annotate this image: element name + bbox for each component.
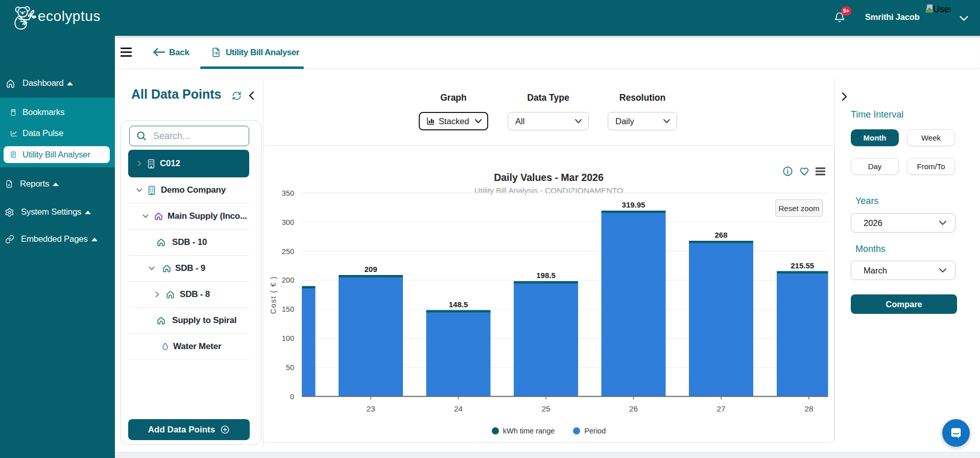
svg-text:28: 28: [804, 404, 813, 413]
svg-text:0: 0: [290, 393, 294, 401]
svg-text:209: 209: [364, 265, 377, 273]
svg-text:100: 100: [282, 334, 294, 342]
svg-text:319.95: 319.95: [622, 200, 646, 209]
svg-text:Cost ( € ): Cost ( € ): [269, 276, 277, 314]
svg-text:50: 50: [286, 363, 294, 372]
svg-text:23: 23: [366, 404, 375, 413]
svg-text:200: 200: [282, 276, 294, 284]
svg-text:215.55: 215.55: [791, 261, 814, 270]
svg-text:25: 25: [541, 404, 550, 413]
svg-text:350: 350: [282, 189, 294, 197]
svg-text:300: 300: [282, 218, 294, 226]
svg-text:26: 26: [629, 404, 638, 413]
svg-text:27: 27: [716, 404, 725, 413]
svg-text:150: 150: [282, 305, 294, 313]
svg-text:268: 268: [714, 231, 727, 239]
svg-text:250: 250: [282, 247, 294, 256]
svg-text:24: 24: [454, 404, 463, 413]
svg-text:148.5: 148.5: [449, 300, 468, 309]
svg-text:198.5: 198.5: [536, 271, 556, 280]
